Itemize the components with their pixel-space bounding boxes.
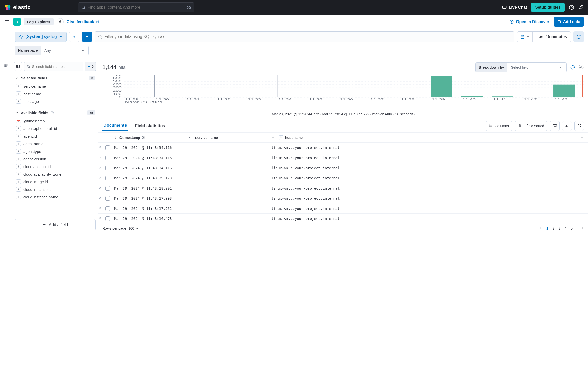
field-item[interactable]: kcloud.instance.name (15, 193, 95, 201)
field-item[interactable]: kagent.version (15, 155, 95, 163)
filter-button[interactable] (69, 32, 79, 42)
toggle-sidebar-button[interactable] (14, 62, 22, 71)
kql-input[interactable] (104, 34, 511, 39)
page-2[interactable]: 2 (553, 226, 555, 230)
page-next[interactable] (581, 226, 584, 230)
expand-row[interactable] (98, 196, 105, 200)
refresh-button[interactable] (573, 31, 584, 42)
help-icon[interactable] (50, 111, 54, 114)
expand-row[interactable] (98, 156, 105, 160)
field-item[interactable]: kagent.name (15, 140, 95, 147)
columns-button[interactable]: Columns (486, 121, 512, 131)
page-5[interactable]: 5 (571, 226, 573, 230)
sub-header: D Log Explorer β Give feedback Open in D… (0, 15, 588, 29)
list-icon (489, 124, 493, 128)
field-item[interactable]: kcloud.instance.id (15, 185, 95, 193)
expand-rail-icon[interactable] (4, 63, 9, 68)
row-checkbox[interactable] (105, 206, 114, 211)
space-avatar[interactable]: D (13, 18, 21, 26)
open-in-discover-link[interactable]: Open in Discover (509, 20, 549, 24)
row-checkbox[interactable] (105, 176, 114, 180)
fields-search[interactable] (24, 62, 83, 71)
field-type-icon: k (16, 141, 21, 146)
global-search-input[interactable] (88, 5, 187, 10)
newsfeed-icon[interactable] (569, 5, 574, 10)
col-svc-menu[interactable] (271, 136, 279, 140)
histogram[interactable]: 010020030040050060070011:2911:3011:3111:… (98, 75, 588, 110)
svg-text:11:33: 11:33 (248, 98, 261, 101)
page-3[interactable]: 3 (559, 226, 561, 230)
calendar-button[interactable] (517, 32, 532, 42)
display-options-button[interactable] (562, 121, 572, 131)
time-range-label[interactable]: Last 15 minutes (533, 34, 571, 39)
gear-icon[interactable] (578, 65, 584, 70)
expand-row[interactable] (98, 166, 105, 170)
breakdown-selector[interactable]: Break down by Select field (475, 62, 567, 72)
col-host[interactable]: k host.name (279, 135, 580, 140)
field-item[interactable]: kcloud.account.id (15, 163, 95, 170)
table-row[interactable]: Mar 29, 2024 @ 11:43:34.116linux-vm.c.yo… (98, 143, 588, 153)
add-filter-button[interactable] (82, 32, 92, 42)
field-item[interactable]: kcloud.image.id (15, 178, 95, 185)
expand-row[interactable] (98, 146, 105, 150)
table-row[interactable]: Mar 29, 2024 @ 11:43:17.962linux-vm.c.yo… (98, 203, 588, 214)
field-item[interactable]: 📅@timestamp (15, 117, 95, 125)
keyboard-button[interactable] (550, 121, 560, 131)
page-prev[interactable] (539, 226, 542, 230)
field-item[interactable]: kcloud.availability_zone (15, 170, 95, 178)
expand-row[interactable] (98, 176, 105, 180)
field-item[interactable]: khost.name (15, 90, 95, 98)
expand-row[interactable] (98, 186, 105, 190)
kql-search[interactable] (95, 31, 514, 42)
svg-rect-82 (553, 85, 575, 97)
confetti-icon[interactable] (578, 5, 584, 10)
namespace-selector[interactable]: Namespace Any (15, 46, 89, 55)
col-host-menu[interactable] (580, 136, 588, 140)
table-row[interactable]: Mar 29, 2024 @ 11:43:34.116linux-vm.c.yo… (98, 163, 588, 173)
live-chat-button[interactable]: Live Chat (502, 5, 527, 10)
row-checkbox[interactable] (105, 196, 114, 201)
setup-guides-button[interactable]: Setup guides (531, 3, 565, 12)
available-fields-header[interactable]: Available fields 65 (15, 110, 95, 115)
add-data-button[interactable]: Add data (554, 17, 584, 27)
global-search[interactable]: ⌘/ (78, 2, 194, 12)
tab-documents[interactable]: Documents (102, 121, 128, 131)
field-item[interactable]: kagent.ephemeral_id (15, 125, 95, 132)
row-checkbox[interactable] (105, 156, 114, 160)
table-row[interactable]: Mar 29, 2024 @ 11:43:17.993linux-vm.c.yo… (98, 193, 588, 203)
feedback-link[interactable]: Give feedback (67, 20, 99, 24)
field-item[interactable]: kagent.id (15, 132, 95, 140)
menu-icon[interactable] (4, 19, 10, 25)
field-item[interactable]: ?service.name (15, 82, 95, 90)
table-row[interactable]: Mar 29, 2024 @ 11:43:16.473linux-vm.c.yo… (98, 214, 588, 224)
fullscreen-button[interactable] (574, 121, 584, 131)
row-checkbox[interactable] (105, 145, 114, 150)
col-timestamp[interactable]: @timestamp (114, 136, 188, 140)
add-field-button[interactable]: Add a field (15, 219, 96, 230)
row-checkbox[interactable] (105, 186, 114, 191)
tab-field-statistics[interactable]: Field statistics (134, 121, 166, 131)
fields-search-input[interactable] (32, 64, 80, 69)
page-4[interactable]: 4 (564, 226, 566, 230)
sort-button[interactable]: 1 field sorted (515, 121, 547, 131)
table-row[interactable]: Mar 29, 2024 @ 11:43:18.001linux-vm.c.yo… (98, 183, 588, 193)
field-item[interactable]: kagent.type (15, 147, 95, 155)
field-item[interactable]: tmessage (15, 98, 95, 105)
table-row[interactable]: Mar 29, 2024 @ 11:43:29.173linux-vm.c.yo… (98, 173, 588, 183)
expand-row[interactable] (98, 217, 105, 221)
elastic-logo-icon (4, 4, 11, 11)
col-ts-menu[interactable] (188, 136, 195, 140)
source-selector[interactable]: [System] syslog (15, 32, 67, 42)
expand-row[interactable] (98, 207, 105, 211)
elastic-logo[interactable]: elastic (4, 4, 31, 11)
table-row[interactable]: Mar 29, 2024 @ 11:43:34.116linux-vm.c.yo… (98, 153, 588, 163)
fields-filter-button[interactable]: 0 (85, 62, 96, 71)
rows-per-page[interactable]: Rows per page: 100 (102, 226, 139, 230)
selected-fields-header[interactable]: Selected fields 3 (15, 76, 95, 80)
app-badge[interactable]: Log Explorer (24, 18, 54, 25)
row-checkbox[interactable] (105, 166, 114, 170)
col-service[interactable]: service.name (195, 136, 271, 140)
lens-icon[interactable] (570, 65, 575, 70)
row-checkbox[interactable] (105, 216, 114, 221)
page-1[interactable]: 1 (546, 226, 548, 230)
